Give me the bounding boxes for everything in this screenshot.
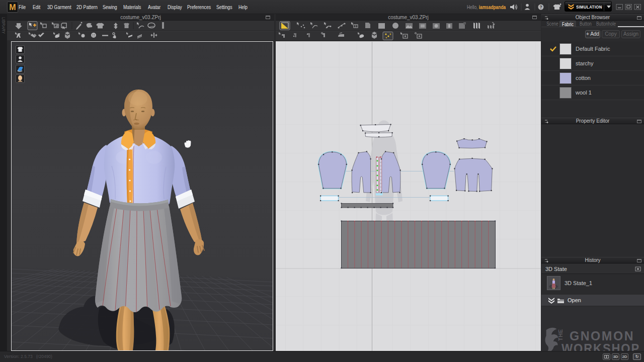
- svg-text:?: ?: [539, 5, 542, 10]
- svg-text:GNOMON: GNOMON: [570, 329, 634, 343]
- svg-text:THE: THE: [557, 329, 564, 341]
